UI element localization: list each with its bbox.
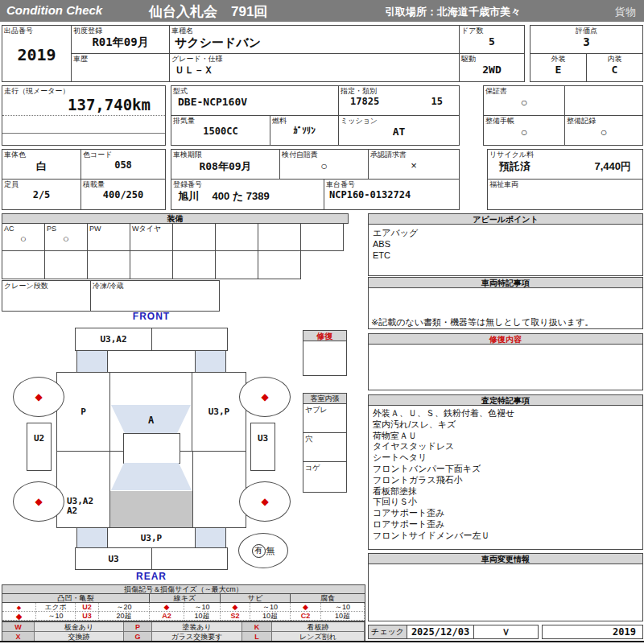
left-door: U2	[27, 423, 52, 471]
welfare-vehicle-label: 福祉車両	[488, 180, 642, 189]
right-fender-mark: U3,P	[192, 373, 246, 451]
damage-diamond-icon: ◆	[261, 391, 268, 402]
equipment-cell-empty	[300, 223, 344, 251]
repair-detail-title: 修復内容	[369, 334, 642, 345]
spare-tire-indicator: 有 無	[238, 533, 288, 568]
lot-number-box: 出品番号 2019	[2, 25, 72, 82]
left-door-mark: U2	[27, 433, 51, 444]
doors-label: ドア数	[460, 26, 524, 35]
maintenance-book-mark: ○	[484, 126, 564, 138]
equipment-cell-pw: PW	[87, 223, 130, 251]
repair-flag-box: 修復	[303, 330, 347, 376]
interior-grade-box: 内装 C	[586, 53, 643, 82]
grade-box: グレード・仕様 ＵＬ－Ｘ	[169, 53, 460, 82]
body-color-label: 車体色	[2, 150, 80, 159]
cabin-lining-title: 客室内張	[303, 394, 346, 404]
front-bumper-right	[152, 328, 227, 350]
equipment-cell-empty	[215, 250, 258, 279]
legend-diamond-icon: ◆	[221, 603, 250, 612]
grade-label: グレード・仕様	[170, 54, 459, 64]
approval-label: 承認請求書	[369, 150, 459, 159]
logo: Condition Check	[6, 3, 102, 17]
freezer-label: 冷凍/冷蔵	[91, 281, 219, 291]
maintenance-book-label: 整備手帳	[484, 116, 564, 126]
legend-diamond-large-icon: ◆	[2, 612, 36, 621]
damage-diamond-icon: ◆	[35, 496, 42, 507]
diagram-rear-label: REAR	[111, 571, 192, 582]
assessment-item: 看板部塗抹	[373, 486, 638, 497]
freezer-box: 冷凍/冷蔵	[90, 280, 220, 312]
crane-label: クレーン段数	[2, 281, 90, 291]
doors-value: 5	[460, 35, 524, 47]
drive-box: 駆動 2WD	[459, 53, 525, 82]
chassis-number-value: NCP160-0132724	[324, 189, 459, 200]
insurance-mark: ○	[280, 159, 368, 172]
assessment-item: フロントサイドメンバー左Ｕ	[373, 530, 638, 542]
insurance-label: 検付自賠責	[280, 150, 368, 159]
front-bumper-left-mark: U3,A2	[76, 328, 152, 350]
title-bar: Condition Check 仙台入札会 791回 引取場所：北海道千歳市美々…	[0, 0, 644, 22]
warranty-box: 保証書 ○	[483, 85, 565, 116]
tailgate-mark: U3,P	[108, 528, 195, 547]
history-label: 車歴	[72, 54, 169, 64]
equipment-cell-ac: AC ○	[2, 223, 45, 251]
maintenance-record-mark: ○	[565, 126, 642, 138]
legend-diamond-small-icon: ◆	[2, 603, 36, 612]
transmission-label: ミッション	[339, 116, 459, 126]
change-info-panel: 車両変更情報	[368, 553, 643, 621]
check-date-cell: 2025/12/03	[407, 625, 474, 639]
exterior-grade-label: 外装	[530, 54, 586, 64]
capacity-label: 定員	[2, 180, 80, 189]
lot-number-value: 2019	[2, 45, 71, 64]
grade-value: ＵＬ－Ｘ	[170, 64, 459, 77]
roof-panel	[110, 491, 192, 528]
recycle-status: 預託済	[499, 159, 530, 174]
change-info-body	[369, 564, 642, 569]
interior-grade-value: C	[587, 64, 642, 76]
wheel-rear-right: ◆	[239, 481, 291, 522]
equipment-ac-mark: ○	[2, 233, 44, 245]
equipment-cell-empty	[130, 250, 173, 279]
appeal-points-list: エアバッグ ABS ETC	[369, 225, 642, 263]
cabin-lining-box: 客室内張 ヤブレ 穴 コゲ	[303, 393, 347, 493]
registration-number-label: 登録番号	[171, 180, 324, 189]
mileage-label: 走行（現メーター）	[2, 86, 165, 96]
color-code-label: 色コード	[81, 150, 165, 159]
maintenance-record-label: 整備記録	[565, 116, 642, 126]
repair-flag-title: 修復	[303, 331, 346, 341]
assessment-item: 下回りＳ小	[373, 497, 638, 508]
history-box: 車歴	[71, 53, 170, 82]
repair-detail-body	[369, 345, 642, 349]
rear-bumper: U3	[75, 547, 228, 570]
class-label: 指定・類別	[339, 86, 459, 96]
appeal-item: ABS	[373, 238, 638, 250]
check-mark-cell: Ｖ	[473, 625, 539, 639]
assessment-item: 外装Ａ、Ｕ、Ｓ、鉄粉付着、色褪せ	[373, 408, 638, 419]
equipment-cell-empty	[258, 250, 301, 279]
equipment-cell-empty	[215, 223, 258, 251]
mileage-box: 走行（現メーター） 137,740km	[2, 85, 166, 146]
check-lot-cell: 2019	[542, 625, 643, 639]
wheel-rear-left: ◆	[13, 481, 64, 522]
front-panel	[108, 351, 195, 372]
fuel-value: ｶﾞｿﾘﾝ	[270, 126, 338, 135]
spare-yes-circled: 有	[252, 544, 266, 558]
chassis-number-label: 車台番号	[324, 180, 459, 189]
rear-window	[111, 463, 192, 490]
spare-no: 無	[266, 545, 275, 557]
mileage-divider	[2, 116, 165, 134]
model-name-value: サクシードバン	[170, 35, 459, 51]
notes-disclaimer: ※記載のない書類・機器等は無しとして取り扱います。	[371, 316, 593, 328]
registration-number-box: 登録番号 旭川 400 た 7389	[171, 179, 324, 210]
category-label: 貨物	[615, 5, 636, 19]
assessment-item: コアサポート歪み	[373, 508, 638, 519]
drive-value: 2WD	[460, 64, 524, 76]
assessment-item: 室内汚れ/スレ、キズ	[373, 419, 638, 431]
change-info-title: 車両変更情報	[369, 554, 642, 564]
body-color-box: 車体色 白	[2, 149, 81, 180]
repair-flag-body	[303, 341, 346, 346]
cabin-lining-hole: 穴	[303, 433, 346, 462]
exterior-grade-box: 外装 E	[530, 53, 587, 82]
left-fender-mark: P	[57, 373, 110, 451]
appeal-points-title: アピールポイント	[369, 214, 642, 225]
